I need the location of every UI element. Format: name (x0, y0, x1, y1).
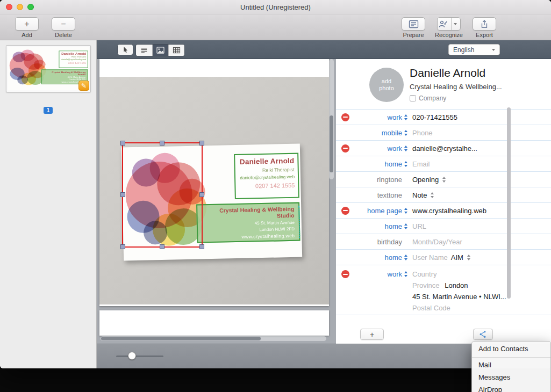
stepper-icon (404, 114, 408, 120)
canvas-vertical-scroll-thumb[interactable] (330, 115, 333, 172)
prepare-button[interactable]: Prepare (402, 17, 425, 38)
language-select[interactable]: English (448, 44, 500, 55)
email-work-value[interactable]: danielle@crystalhe... (412, 144, 477, 153)
text-lines-icon (140, 47, 148, 54)
field-type-select[interactable]: home (354, 222, 408, 230)
birthday-placeholder[interactable]: Month/Day/Year (412, 238, 462, 246)
field-type-select[interactable]: work (354, 113, 408, 121)
menu-item-airdrop[interactable]: AirDrop (472, 384, 550, 392)
card-photo: Danielle Arnold Reiki Therapist danielle… (99, 77, 329, 304)
selection-handle[interactable] (120, 141, 125, 146)
field-type-select[interactable]: work (354, 144, 408, 153)
phone-mobile-placeholder[interactable]: Phone (412, 129, 433, 137)
menu-item-add-to-contacts[interactable]: Add to Contacts (472, 343, 550, 355)
card-email-text: danielle@crystalhealing.web (239, 175, 295, 180)
table-mode-button[interactable] (168, 45, 184, 56)
text-mode-button[interactable] (136, 45, 152, 56)
remove-field-button[interactable] (341, 113, 349, 121)
row-im-home: home User Name AIM (336, 250, 551, 265)
language-value: English (453, 46, 474, 54)
row-texttone: texttone Note (336, 187, 551, 203)
prepare-document-icon (409, 20, 419, 28)
selection-handle[interactable] (120, 244, 125, 249)
province-value[interactable]: London (445, 281, 468, 289)
company-checkbox[interactable] (410, 95, 416, 101)
card-canvas[interactable]: Danielle Arnold Reiki Therapist danielle… (97, 59, 336, 344)
texttone-select[interactable]: Note (412, 191, 434, 199)
card-list-sidebar: Danielle Arnold Reiki Therapist danielle… (0, 40, 97, 368)
select-tool-button[interactable] (117, 44, 133, 55)
field-type-select[interactable]: home (354, 160, 408, 168)
selection-handle[interactable] (199, 244, 204, 249)
contact-organization-field[interactable]: Crystal Healing & Wellbeing... (410, 83, 502, 91)
menu-item-messages[interactable]: Messages (472, 372, 550, 384)
panel-scrollbar-thumb[interactable] (507, 107, 511, 299)
delete-card-button[interactable]: − Delete (52, 17, 75, 38)
add-photo-button[interactable]: add photo (369, 68, 404, 102)
remove-field-button[interactable] (341, 270, 349, 278)
card-thumbnail[interactable]: Danielle Arnold Reiki Therapist danielle… (6, 45, 91, 92)
card-address2-text: London NLWI 2FD (202, 227, 295, 234)
recognize-dropdown-arrow[interactable] (451, 18, 459, 30)
row-email-work: work danielle@crystalhe... (336, 141, 551, 156)
country-placeholder[interactable]: Country (412, 268, 503, 280)
stepper-icon (404, 146, 408, 151)
field-type-select[interactable]: work (354, 268, 408, 278)
image-mode-button[interactable] (152, 45, 168, 56)
contact-name-field[interactable]: Danielle Arnold (410, 67, 485, 79)
ringtone-select[interactable]: Opening (412, 176, 446, 184)
street-value[interactable]: 45 St. Martin Avenue • NLWI... (412, 291, 506, 302)
email-home-placeholder[interactable]: Email (412, 160, 430, 168)
card-address1-text: 45 St. Martin Avenue (202, 220, 295, 227)
export-button[interactable]: Export (473, 17, 496, 38)
phone-work-value[interactable]: 020-71421555 (412, 113, 457, 121)
window-body: Danielle Arnold Reiki Therapist danielle… (0, 40, 551, 368)
field-type-select[interactable]: mobile (354, 129, 408, 137)
remove-field-button[interactable] (341, 144, 349, 153)
toolbar: + Add − Delete (0, 14, 551, 40)
selection-handle[interactable] (199, 141, 204, 146)
table-grid-icon (173, 47, 181, 54)
postal-code-placeholder[interactable]: Postal Code (412, 302, 503, 314)
image-selection-rectangle[interactable] (122, 142, 203, 248)
stepper-icon (404, 130, 408, 136)
canvas-horizontal-scroll-thumb[interactable] (101, 337, 261, 340)
plus-icon[interactable]: + (15, 17, 39, 31)
recognition-region-name[interactable]: Danielle Arnold Reiki Therapist danielle… (234, 153, 299, 199)
homepage-url-value[interactable]: www.crystalhealing.web (412, 207, 486, 215)
card-website-text: www.crystalhealing.web (202, 233, 295, 241)
remove-field-button[interactable] (341, 207, 349, 215)
field-type-select[interactable]: home (354, 253, 408, 262)
contact-panel: add photo Danielle Arnold Crystal Healin… (336, 59, 551, 344)
add-field-button[interactable]: + (360, 329, 384, 340)
edited-pencil-badge: ✎ (78, 81, 89, 91)
field-type-select[interactable]: home page (354, 207, 408, 215)
card-name-text: Danielle Arnold (238, 157, 294, 166)
selection-handle[interactable] (160, 141, 164, 146)
titlebar: Untitled (Unregistered) (0, 0, 551, 14)
province-placeholder[interactable]: Province (412, 281, 440, 289)
selection-handle[interactable] (160, 244, 164, 249)
recognize-button[interactable]: Recognize (435, 17, 463, 38)
zoom-slider-knob[interactable] (128, 352, 136, 360)
url-home-placeholder[interactable]: URL (412, 222, 426, 230)
add-card-button[interactable]: + Add (15, 17, 39, 38)
zoom-slider-track[interactable] (116, 355, 163, 357)
recognition-region-company[interactable]: Crystal Healing & Wellbeing Studio 45 St… (196, 202, 300, 243)
next-document-page (99, 310, 329, 336)
stepper-icon (467, 255, 471, 260)
toolbar-right-group: Prepare Recognize (402, 17, 496, 38)
selection-handle[interactable] (199, 192, 204, 197)
row-birthday: birthday Month/Day/Year (336, 234, 551, 250)
im-username-placeholder[interactable]: User Name (412, 253, 448, 262)
menu-item-mail[interactable]: Mail (472, 359, 550, 372)
delete-label: Delete (55, 32, 72, 38)
minus-icon[interactable]: − (52, 17, 75, 31)
im-service-select[interactable]: AIM (451, 253, 463, 262)
selection-handle[interactable] (120, 192, 125, 197)
company-checkbox-label: Company (419, 95, 446, 102)
birthday-label: birthday (377, 238, 408, 246)
row-email-home: home Email (336, 156, 551, 172)
share-button[interactable] (473, 329, 493, 340)
prepare-label: Prepare (403, 32, 424, 38)
